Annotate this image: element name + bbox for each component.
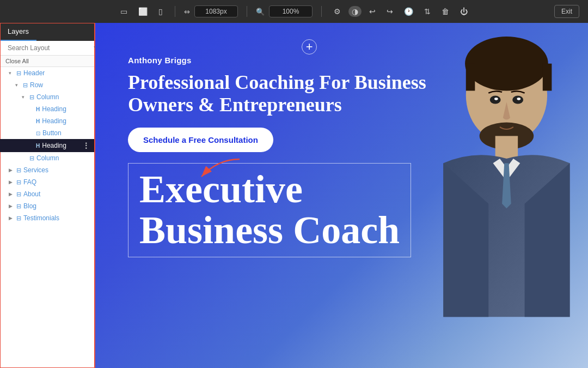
svg-rect-5 <box>466 64 475 91</box>
settings-icon[interactable]: ⚙ <box>330 5 344 18</box>
hero-large-text-box: Executive Business Coach <box>128 163 411 257</box>
button-icon: ⊡ <box>36 130 40 136</box>
divider-3 <box>321 6 322 17</box>
layer-tree: ▾ ⊟ Header ▾ ⊟ Row ▾ ⊟ Column H Heading <box>0 67 94 368</box>
tablet-icon[interactable]: ⬜ <box>135 5 151 18</box>
layer-item-heading3[interactable]: H Heading ⋮ <box>0 139 94 152</box>
layer-label: Column <box>36 154 59 162</box>
hero-large-text-line1: Executive <box>139 169 400 210</box>
column-icon: ⊟ <box>29 155 34 162</box>
layer-item-faq[interactable]: ▶ ⊟ FAQ <box>0 176 94 188</box>
redo-icon[interactable]: ↪ <box>383 5 396 18</box>
expand-icon: ▾ <box>15 82 21 88</box>
canvas-area: + Anthony Briggs Professional Coaching F… <box>95 23 588 368</box>
sidebar-tabs: Layers <box>0 23 94 41</box>
layer-label: Button <box>42 129 62 137</box>
row-icon: ⊟ <box>23 82 28 89</box>
layer-label: Blog <box>23 202 36 210</box>
svg-rect-8 <box>495 136 518 158</box>
resize-icon: ⇔ <box>184 8 190 16</box>
width-input[interactable]: 1083px <box>194 5 238 17</box>
responsive-icon[interactable]: ⇅ <box>421 5 434 18</box>
search-bar: ▼ <box>0 41 94 56</box>
layer-item-header[interactable]: ▾ ⊟ Header <box>0 67 94 79</box>
divider-2 <box>247 6 247 17</box>
layers-tab[interactable]: Layers <box>0 23 36 41</box>
layer-label: Heading <box>42 142 66 149</box>
close-all-button[interactable]: Close All <box>0 56 94 67</box>
section-icon: ⊟ <box>16 179 21 186</box>
layer-item-about[interactable]: ▶ ⊟ About <box>0 188 94 200</box>
expand-icon: ▾ <box>9 70 14 76</box>
column-icon: ⊟ <box>29 94 34 101</box>
theme-toggle-icon[interactable]: ◑ <box>348 6 362 17</box>
exit-button[interactable]: Exit <box>554 5 579 18</box>
hero-large-text-line2: Business Coach <box>139 210 400 251</box>
layer-item-column2[interactable]: ⊟ Column <box>0 152 94 164</box>
desktop-icon[interactable]: ▭ <box>117 5 131 18</box>
toolbar: ▭ ⬜ ▯ ⇔ 1083px 🔍 100% ⚙ ◑ ↩ ↪ 🕐 ⇅ 🗑 ⏻ Ex… <box>0 0 588 23</box>
expand-icon: ▶ <box>9 191 14 197</box>
layer-item-heading2[interactable]: H Heading <box>0 115 94 127</box>
layer-item-button[interactable]: ⊡ Button <box>0 127 94 139</box>
heading-icon: H <box>36 106 40 112</box>
layer-item-blog[interactable]: ▶ ⊟ Blog <box>0 200 94 212</box>
section-icon: ⊟ <box>16 167 21 174</box>
history-icon[interactable]: 🕐 <box>401 5 416 18</box>
layer-label: About <box>23 190 40 198</box>
zoom-icon: 🔍 <box>256 8 265 16</box>
more-options-icon[interactable]: ⋮ <box>82 141 90 150</box>
layer-item-testimonials[interactable]: ▶ ⊟ Testimonials <box>0 212 94 224</box>
zoom-input[interactable]: 100% <box>269 5 313 17</box>
expand-icon: ▶ <box>9 179 14 185</box>
device-switcher: ▭ ⬜ ▯ <box>117 5 166 18</box>
section-icon: ⊟ <box>16 203 21 210</box>
heading-icon: H <box>36 143 40 149</box>
hero-title: Professional Coaching For Business Owner… <box>128 71 433 117</box>
layer-label: Heading <box>42 105 66 113</box>
layer-item-row[interactable]: ▾ ⊟ Row <box>0 79 94 91</box>
expand-icon: ▶ <box>9 167 14 173</box>
layer-label: Header <box>23 69 45 77</box>
sidebar: Layers ▼ Close All ▾ ⊟ Header ▾ ⊟ <box>0 23 95 368</box>
consultation-button[interactable]: Schedule a Free Consultation <box>128 128 273 152</box>
section-icon: ⊟ <box>16 215 21 222</box>
mobile-icon[interactable]: ▯ <box>155 5 166 18</box>
expand-icon: ▾ <box>22 94 27 100</box>
layer-label: Testimonials <box>23 214 59 222</box>
layer-item-heading1[interactable]: H Heading <box>0 103 94 115</box>
layer-item-services[interactable]: ▶ ⊟ Services <box>0 164 94 176</box>
width-group: ⇔ 1083px <box>184 5 238 17</box>
hero-section: + Anthony Briggs Professional Coaching F… <box>95 23 588 368</box>
layer-label: Row <box>30 81 43 89</box>
divider-1 <box>175 6 175 17</box>
search-input[interactable] <box>8 44 89 52</box>
section-icon: ⊟ <box>16 70 21 77</box>
power-icon[interactable]: ⏻ <box>457 5 471 18</box>
svg-point-10 <box>494 98 498 100</box>
zoom-group: 🔍 100% <box>256 5 313 17</box>
layer-label: FAQ <box>23 178 36 186</box>
layer-label: Services <box>23 166 48 174</box>
heading-icon: H <box>36 118 40 124</box>
main-layout: Layers ▼ Close All ▾ ⊟ Header ▾ ⊟ <box>0 23 588 368</box>
svg-point-12 <box>517 98 521 100</box>
layer-label: Column <box>36 93 59 101</box>
expand-icon: ▶ <box>9 203 14 209</box>
svg-rect-6 <box>543 64 552 91</box>
section-icon: ⊟ <box>16 191 21 198</box>
expand-icon: ▶ <box>9 215 14 221</box>
hero-name: Anthony Briggs <box>128 56 433 65</box>
undo-icon[interactable]: ↩ <box>366 5 379 18</box>
hero-content: Anthony Briggs Professional Coaching For… <box>128 45 433 257</box>
delete-icon[interactable]: 🗑 <box>438 5 452 18</box>
layer-label: Heading <box>42 117 66 125</box>
layer-item-column1[interactable]: ▾ ⊟ Column <box>0 91 94 103</box>
svg-point-4 <box>465 37 548 91</box>
actions-group: ⚙ ◑ ↩ ↪ 🕐 ⇅ 🗑 ⏻ <box>330 5 471 18</box>
